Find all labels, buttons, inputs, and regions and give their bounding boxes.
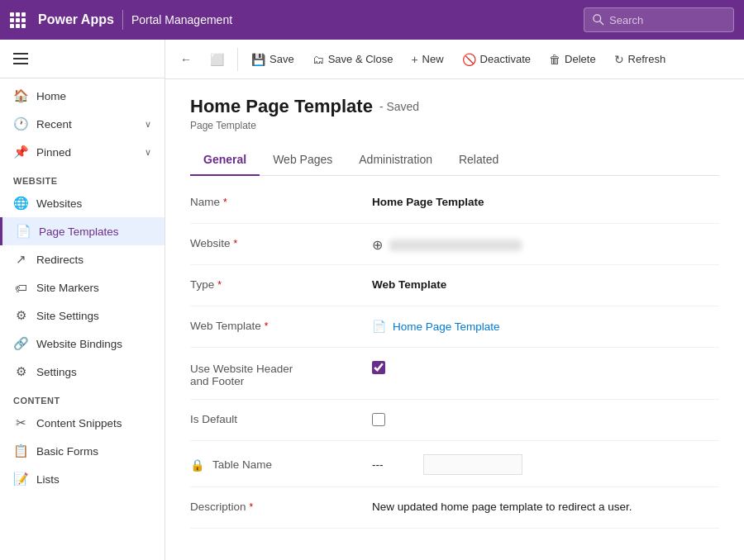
checkbox-wrapper bbox=[372, 361, 385, 374]
sidebar-label: Recent bbox=[36, 118, 136, 131]
save-icon: 💾 bbox=[251, 53, 265, 66]
home-icon: 🏠 bbox=[13, 88, 28, 103]
svg-line-1 bbox=[600, 21, 603, 25]
sidebar-item-basic-forms[interactable]: 📋 Basic Forms bbox=[0, 437, 165, 465]
form-header: Home Page Template - Saved Page Template bbox=[190, 96, 719, 131]
refresh-icon: ↻ bbox=[614, 53, 624, 66]
field-value-header-footer bbox=[372, 359, 719, 374]
field-label-website: Website * bbox=[190, 235, 372, 249]
save-button[interactable]: 💾 Save bbox=[243, 48, 303, 71]
new-button[interactable]: + New bbox=[403, 48, 451, 71]
sidebar-label: Pinned bbox=[36, 146, 136, 159]
form-title: Home Page Template - Saved bbox=[190, 96, 719, 117]
globe-icon: 🌐 bbox=[13, 196, 28, 211]
form-title-text: Home Page Template bbox=[190, 96, 373, 117]
tab-web-pages[interactable]: Web Pages bbox=[260, 145, 346, 176]
tab-administration[interactable]: Administration bbox=[346, 145, 446, 176]
sidebar-label: Settings bbox=[36, 366, 151, 378]
field-row-description: Description * New updated home page temp… bbox=[190, 487, 719, 529]
field-row-website: Website * ⊕ bbox=[190, 224, 719, 265]
sidebar-item-recent[interactable]: 🕐 Recent ∨ bbox=[0, 110, 165, 138]
sidebar-item-website-bindings[interactable]: 🔗 Website Bindings bbox=[0, 330, 165, 358]
sidebar-label: Redirects bbox=[36, 254, 151, 266]
form-subtitle: Page Template bbox=[190, 120, 719, 131]
deactivate-button[interactable]: 🚫 Deactivate bbox=[454, 48, 539, 71]
hamburger-icon bbox=[13, 53, 28, 64]
form-icon: 📋 bbox=[13, 444, 28, 458]
svg-point-0 bbox=[594, 15, 601, 22]
toolbar-divider bbox=[237, 48, 238, 71]
search-icon bbox=[593, 14, 604, 26]
chevron-down-icon: ∨ bbox=[145, 147, 151, 158]
sidebar-item-site-markers[interactable]: 🏷 Site Markers bbox=[0, 273, 165, 301]
marker-icon: 🏷 bbox=[13, 280, 28, 295]
field-label-type: Type * bbox=[190, 277, 372, 291]
sidebar-item-lists[interactable]: 📝 Lists bbox=[0, 465, 165, 493]
sidebar-item-content-snippets[interactable]: ✂ Content Snippets bbox=[0, 409, 165, 437]
recent-icon: 🕐 bbox=[13, 116, 28, 131]
redirect-icon: ↗ bbox=[13, 252, 28, 267]
field-label-is-default: Is Default bbox=[190, 411, 372, 425]
sidebar-section-content: Content bbox=[0, 386, 165, 409]
field-label-header-footer: Use Website Headerand Footer bbox=[190, 359, 372, 387]
refresh-button[interactable]: ↻ Refresh bbox=[606, 48, 675, 71]
tab-general[interactable]: General bbox=[190, 145, 260, 176]
field-value-type: Web Template bbox=[372, 277, 719, 291]
topbar: Power Apps Portal Management bbox=[0, 0, 744, 40]
sidebar-label: Lists bbox=[36, 473, 151, 486]
field-label-name: Name * bbox=[190, 194, 372, 208]
field-row-table-name: 🔒 Table Name --- bbox=[190, 441, 719, 487]
field-value-name: Home Page Template bbox=[372, 194, 719, 208]
topbar-subtitle: Portal Management bbox=[131, 13, 232, 26]
form-saved-status: - Saved bbox=[379, 100, 419, 113]
tab-related[interactable]: Related bbox=[446, 145, 512, 176]
sidebar-top bbox=[0, 40, 165, 78]
pin-icon: 📌 bbox=[13, 145, 28, 159]
save-close-button[interactable]: 🗂 Save & Close bbox=[304, 48, 402, 71]
sidebar-label: Basic Forms bbox=[36, 445, 151, 458]
search-input[interactable] bbox=[609, 14, 725, 26]
settings-icon: ⚙ bbox=[13, 308, 28, 323]
restore-button[interactable]: ⬜ bbox=[202, 48, 232, 71]
sidebar-item-page-templates[interactable]: 📄 Page Templates bbox=[0, 217, 165, 245]
sidebar-label: Content Snippets bbox=[36, 417, 151, 429]
back-button[interactable]: ← bbox=[172, 48, 200, 71]
search-box[interactable] bbox=[584, 7, 734, 32]
hamburger-menu[interactable] bbox=[0, 46, 165, 71]
blurred-website-value bbox=[389, 240, 522, 251]
form-tabs: General Web Pages Administration Related bbox=[190, 145, 719, 176]
sidebar-item-pinned[interactable]: 📌 Pinned ∨ bbox=[0, 138, 165, 166]
sidebar-section-website: Website bbox=[0, 166, 165, 189]
globe-icon: ⊕ bbox=[372, 237, 383, 253]
form-area: Home Page Template - Saved Page Template… bbox=[165, 79, 744, 560]
list-icon: 📝 bbox=[13, 472, 28, 486]
sidebar-item-site-settings[interactable]: ⚙ Site Settings bbox=[0, 301, 165, 330]
sidebar-label: Site Markers bbox=[36, 282, 151, 294]
topbar-divider bbox=[122, 10, 123, 30]
checkbox-wrapper bbox=[372, 413, 385, 426]
sidebar-item-websites[interactable]: 🌐 Websites bbox=[0, 189, 165, 217]
field-row-name: Name * Home Page Template bbox=[190, 183, 719, 224]
field-value-table-name: --- bbox=[372, 453, 719, 475]
sidebar-item-redirects[interactable]: ↗ Redirects bbox=[0, 245, 165, 273]
delete-button[interactable]: 🗑 Delete bbox=[541, 48, 604, 71]
delete-icon: 🗑 bbox=[549, 53, 560, 66]
sidebar-item-settings[interactable]: ⚙ Settings bbox=[0, 358, 165, 386]
required-indicator: * bbox=[265, 320, 269, 332]
back-icon: ← bbox=[180, 53, 192, 66]
main-layout: 🏠 Home 🕐 Recent ∨ 📌 Pinned ∨ Website 🌐 W… bbox=[0, 40, 744, 560]
field-value-web-template[interactable]: 📄 Home Page Template bbox=[372, 318, 719, 333]
required-indicator: * bbox=[223, 197, 227, 208]
waffle-icon[interactable] bbox=[10, 12, 30, 28]
sidebar-item-home[interactable]: 🏠 Home bbox=[0, 82, 165, 110]
header-footer-checkbox[interactable] bbox=[372, 361, 385, 374]
restore-icon: ⬜ bbox=[210, 53, 224, 66]
required-indicator: * bbox=[250, 501, 254, 513]
required-indicator: * bbox=[234, 238, 238, 249]
field-row-type: Type * Web Template bbox=[190, 265, 719, 306]
sidebar-nav: 🏠 Home 🕐 Recent ∨ 📌 Pinned ∨ Website 🌐 W… bbox=[0, 78, 165, 496]
table-name-input[interactable] bbox=[423, 454, 522, 475]
sidebar-label: Websites bbox=[36, 197, 151, 210]
content-area: ← ⬜ 💾 Save 🗂 Save & Close + New 🚫 Deacti… bbox=[165, 40, 744, 560]
is-default-checkbox[interactable] bbox=[372, 413, 385, 426]
